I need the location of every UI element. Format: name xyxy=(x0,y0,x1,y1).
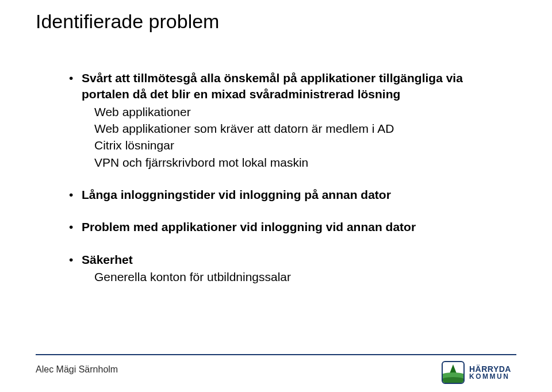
sub-item: Web applikationer xyxy=(82,104,506,120)
logo-line1: HÄRRYDA xyxy=(469,365,511,373)
bullet-item: Säkerhet Generella konton för utbildning… xyxy=(69,252,506,286)
sub-item: Citrix lösningar xyxy=(82,137,506,153)
slide: Identifierade problem Svårt att tillmöte… xyxy=(0,0,552,392)
footer-author: Alec Mägi Särnholm xyxy=(36,364,118,375)
bullet-text: Långa inloggningstider vid inloggning på… xyxy=(82,188,391,201)
logo-mark-icon xyxy=(442,361,465,384)
sub-item: Generella konton för utbildningssalar xyxy=(82,269,506,285)
bullet-text: Svårt att tillmötesgå alla önskemål på a… xyxy=(82,71,463,101)
logo-text: HÄRRYDA KOMMUN xyxy=(469,365,511,380)
bullet-text: Problem med applikationer vid inloggning… xyxy=(82,220,416,233)
logo-line2: KOMMUN xyxy=(469,373,511,380)
harryda-logo: HÄRRYDA KOMMUN xyxy=(442,360,516,385)
bullet-text: Säkerhet xyxy=(82,253,133,266)
footer-divider xyxy=(36,354,516,355)
bullet-item: Svårt att tillmötesgå alla önskemål på a… xyxy=(69,70,506,171)
sub-item: Web applikationer som kräver att datorn … xyxy=(82,121,506,137)
bullet-item: Långa inloggningstider vid inloggning på… xyxy=(69,187,506,203)
bullet-item: Problem med applikationer vid inloggning… xyxy=(69,219,506,235)
slide-title: Identifierade problem xyxy=(36,10,219,33)
sub-item: VPN och fjärrskrivbord mot lokal maskin xyxy=(82,155,506,171)
slide-content: Svårt att tillmötesgå alla önskemål på a… xyxy=(69,70,506,301)
